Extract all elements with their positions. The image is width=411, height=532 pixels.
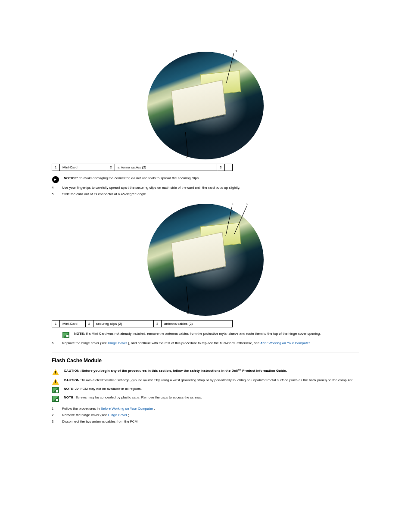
figure2-key-3-label: antenna cables (2) xyxy=(162,320,233,327)
caution-1: CAUTION: Before you begin any of the pro… xyxy=(52,369,359,376)
figure1-key-3-label xyxy=(225,164,233,171)
note-2: NOTE: An FCM may not be available in all… xyxy=(52,387,359,394)
step-6-middle: ), and continue with the rest of this pr… xyxy=(128,341,260,345)
step-6: 6. Replace the hinge cover (see Hinge Co… xyxy=(52,341,359,345)
note-3-label: NOTE: xyxy=(64,395,75,399)
figure1-key-1-num: 1 xyxy=(52,164,60,171)
figure2-key-2-label: securing clips (2) xyxy=(93,320,154,327)
figure-2: 1 2 3 xyxy=(52,204,359,316)
note-icon xyxy=(52,395,59,402)
figure-1: 1 2 xyxy=(52,52,359,159)
section-divider xyxy=(52,352,359,352)
figure1-key-2-label: antenna cables (2) xyxy=(115,164,217,171)
figure2-key-1-label: Mini-Card xyxy=(60,320,86,327)
figure1-key-1-label: Mini-Card xyxy=(60,164,107,171)
figure2-callout-1-number: 1 xyxy=(232,202,234,206)
note-2-label: NOTE: xyxy=(64,387,75,391)
step-6-num: 6. xyxy=(52,341,55,345)
step-6-suffix2: . xyxy=(311,341,312,345)
section-flash-cache-module-heading: Flash Cache Module xyxy=(52,358,359,364)
fcm-step-1-suffix: . xyxy=(154,407,155,411)
link-hinge-cover[interactable]: Hinge Cover xyxy=(108,341,127,345)
fcm-step-2-prefix: Remove the hinge cover (see xyxy=(62,413,108,417)
notice-1-label: NOTICE: xyxy=(64,176,78,180)
fcm-step-1-prefix: Follow the procedures in xyxy=(62,407,100,411)
step-5-text: Slide the card out of its connector at a… xyxy=(62,192,147,196)
step-4-num: 4. xyxy=(52,186,55,190)
fcm-step-1-num: 1. xyxy=(52,407,55,411)
link-before-working[interactable]: Before Working on Your Computer xyxy=(100,407,153,411)
notice-1: NOTICE: To avoid damaging the connector,… xyxy=(52,176,359,183)
note-1-text: If a Mini-Card was not already installed… xyxy=(86,332,321,336)
figure-1-key-table: 1 Mini-Card 2 antenna cables (2) 3 xyxy=(52,164,233,171)
step-4: 4. Use your fingertips to carefully spre… xyxy=(52,186,359,190)
note-1: NOTE: If a Mini-Card was not already ins… xyxy=(62,332,359,339)
steps-b: 6. Replace the hinge cover (see Hinge Co… xyxy=(52,341,359,345)
fcm-step-3: 3. Disconnect the two antenna cables fro… xyxy=(52,420,359,423)
figure1-key-3-num: 3 xyxy=(217,164,225,171)
steps-a: 4. Use your fingertips to carefully spre… xyxy=(52,186,359,196)
step-6-prefix: Replace the hinge cover (see xyxy=(62,341,108,345)
steps-c: 1. Follow the procedures in Before Worki… xyxy=(52,407,359,423)
note-icon xyxy=(62,332,70,339)
caution-1-label: CAUTION: xyxy=(64,369,81,373)
step-5-num: 5. xyxy=(52,192,55,196)
figure2-key-1-num: 1 xyxy=(52,320,60,327)
figure-2-key-table: 1 Mini-Card 2 securing clips (2) 3 anten… xyxy=(52,320,233,327)
caution-icon xyxy=(52,378,59,385)
fcm-step-2-suffix: ). xyxy=(128,413,130,417)
figure1-key-2-num: 2 xyxy=(107,164,115,171)
fcm-step-3-text: Disconnect the two antenna cables from t… xyxy=(62,420,138,423)
fcm-step-2: 2. Remove the hinge cover (see Hinge Cov… xyxy=(52,413,359,417)
step-5: 5. Slide the card out of its connector a… xyxy=(52,192,359,196)
figure1-callout-2-number: 2 xyxy=(186,155,188,159)
figure2-key-2-num: 2 xyxy=(86,320,93,327)
note-3-text: Screws may be concealed by plastic caps.… xyxy=(75,395,202,399)
figure2-callout-3-number: 3 xyxy=(187,311,189,314)
caution-icon xyxy=(52,369,59,376)
caution-2-text: To avoid electrostatic discharge, ground… xyxy=(81,378,353,382)
note-1-label: NOTE: xyxy=(74,332,85,336)
caution-2-label: CAUTION: xyxy=(64,378,81,382)
link-after-working[interactable]: After Working on Your Computer xyxy=(260,341,310,345)
fcm-step-3-num: 3. xyxy=(52,420,55,423)
note-2-text: An FCM may not be available in all regio… xyxy=(75,387,142,391)
caution-1-text: Before you begin any of the procedures i… xyxy=(81,369,287,373)
step-4-text: Use your fingertips to carefully spread … xyxy=(62,186,240,190)
fcm-step-2-num: 2. xyxy=(52,413,55,417)
fcm-step-1: 1. Follow the procedures in Before Worki… xyxy=(52,407,359,411)
figure-2-image: 1 2 3 xyxy=(147,204,264,316)
figure-1-image: 1 2 xyxy=(147,52,264,159)
figure2-key-3-num: 3 xyxy=(154,320,162,327)
link-hinge-cover-2[interactable]: Hinge Cover xyxy=(108,413,127,417)
figure2-callout-2-number: 2 xyxy=(246,202,248,206)
note-3: NOTE: Screws may be concealed by plastic… xyxy=(52,395,359,402)
caution-2: CAUTION: To avoid electrostatic discharg… xyxy=(52,378,359,385)
notice-arrow-icon xyxy=(52,176,59,183)
figure1-callout-1-number: 1 xyxy=(235,49,237,53)
notice-1-text: To avoid damaging the connector, do not … xyxy=(79,176,199,180)
note-icon xyxy=(52,387,59,394)
